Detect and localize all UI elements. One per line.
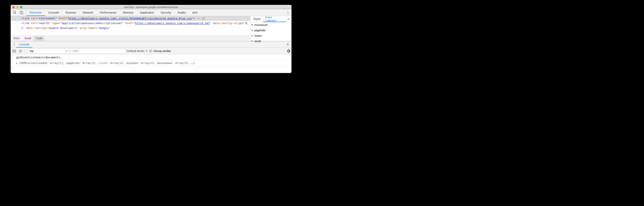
tab-memory[interactable]: Memory: [120, 9, 137, 16]
more-tabs-icon[interactable]: »: [286, 17, 291, 21]
console-output[interactable]: ▶ {DOMContentLoaded: Array(1), pagehide:…: [16, 60, 290, 66]
breadcrumb-link[interactable]: link: [33, 36, 44, 41]
tab-performance[interactable]: Performance: [96, 9, 120, 16]
window-title: DevTools - developers.google.com/web/sho…: [11, 6, 291, 9]
tab-styles[interactable]: Styles: [251, 16, 263, 22]
console-prompt-line[interactable]: ›: [11, 66, 291, 72]
main-toolbar: ElementsConsoleSourcesNetworkPerformance…: [11, 9, 291, 16]
expand-triangle-icon: ▶: [252, 33, 253, 38]
tab-event-listeners[interactable]: Event Listeners: [263, 16, 286, 22]
listener-resize[interactable]: ▶resize: [250, 33, 291, 38]
listener-mouseover[interactable]: ▶mouseover: [250, 22, 291, 28]
expand-triangle-icon: ▶: [252, 39, 253, 43]
close-drawer-icon[interactable]: ×: [285, 42, 290, 47]
device-toolbar-icon[interactable]: [18, 9, 25, 16]
event-listeners-list: ▶mouseover▶pagehide▶resize▶scroll: [250, 22, 291, 44]
tab-sources[interactable]: Sources: [62, 9, 80, 16]
console-prompt[interactable]: [16, 66, 290, 72]
expand-triangle-icon: ▶: [252, 28, 253, 33]
log-levels-label: Default levels: [127, 49, 144, 53]
tab-security[interactable]: Security: [157, 9, 174, 16]
titlebar: DevTools - developers.google.com/web/sho…: [11, 5, 291, 9]
dom-node[interactable]: <link rel="stylesheet" href="https://dev…: [11, 16, 250, 21]
toolbar-separator: [25, 49, 25, 53]
tab-axe[interactable]: aXe: [189, 9, 201, 16]
svg-rect-2: [22, 12, 23, 14]
context-selector[interactable]: top: [28, 49, 69, 54]
breadcrumb: htmlheadlink: [11, 36, 250, 41]
toolbar-separator: [26, 11, 26, 15]
log-levels-selector[interactable]: Default levels ▼: [127, 49, 148, 53]
sidebar: Styles Event Listeners » ▶mouseover▶page…: [250, 16, 291, 41]
window-controls: [12, 6, 22, 8]
tab-application[interactable]: Application: [137, 9, 157, 16]
expand-triangle-icon[interactable]: ▶: [16, 62, 17, 64]
more-menu-icon[interactable]: [285, 9, 290, 16]
inspect-element-icon[interactable]: [12, 9, 18, 16]
breadcrumb-html[interactable]: html: [11, 36, 22, 41]
zoom-window-button[interactable]: [20, 6, 22, 8]
toolbar-separator: [284, 9, 284, 14]
group-similar-checkbox[interactable]: [149, 49, 152, 52]
tab-elements[interactable]: Elements: [26, 9, 45, 16]
console-output-text: {DOMContentLoaded: Array(1), pagehide: A…: [19, 61, 194, 65]
devtools-window: DevTools - developers.google.com/web/sho…: [10, 5, 292, 73]
tab-network[interactable]: Network: [80, 9, 96, 16]
toolbar-right: [284, 9, 290, 16]
minimize-window-button[interactable]: [16, 6, 18, 8]
breadcrumb-head[interactable]: head: [22, 36, 34, 41]
drawer-menu-icon[interactable]: [12, 41, 16, 48]
tab-audits[interactable]: Audits: [174, 9, 189, 16]
output-chevron-icon: ‹: [12, 60, 16, 66]
console-input-text: getEventListeners(document);: [16, 55, 290, 60]
expand-triangle-icon: ▶: [252, 22, 253, 27]
close-window-button[interactable]: [12, 6, 15, 8]
dom-tree[interactable]: … <link rel="stylesheet" href="https://d…: [11, 16, 250, 41]
tab-console[interactable]: Console: [45, 9, 62, 16]
listener-pagehide[interactable]: ▶pagehide: [250, 28, 291, 33]
dom-node[interactable]: <link rel="search" type="application/ope…: [11, 21, 250, 31]
console-input-line: › getEventListeners(document);: [11, 55, 291, 60]
group-similar-label: Group similar: [154, 49, 171, 53]
console-toolbar: top Default levels ▼ Group similar: [11, 48, 291, 54]
context-value: top: [30, 49, 34, 53]
clear-console-icon[interactable]: [18, 48, 23, 54]
sidebar-tabs: Styles Event Listeners »: [250, 16, 291, 22]
elements-panel: … <link rel="stylesheet" href="https://d…: [11, 16, 291, 41]
prompt-chevron-icon: ›: [12, 66, 16, 72]
console-output-line: ‹ ▶ {DOMContentLoaded: Array(1), pagehid…: [11, 60, 291, 66]
drawer-tabbar: Console ×: [11, 41, 291, 48]
console-body[interactable]: › getEventListeners(document); ‹ ▶ {DOMC…: [11, 54, 291, 73]
toggle-sidebar-icon[interactable]: [12, 48, 16, 54]
input-chevron-icon: ›: [12, 55, 16, 60]
main-tabs: ElementsConsoleSourcesNetworkPerformance…: [26, 9, 201, 16]
console-settings-icon[interactable]: [287, 49, 290, 53]
console-filter-input[interactable]: [70, 49, 126, 54]
drawer-tab-console[interactable]: Console: [16, 41, 32, 48]
collapsed-nodes-icon[interactable]: …: [12, 17, 16, 20]
